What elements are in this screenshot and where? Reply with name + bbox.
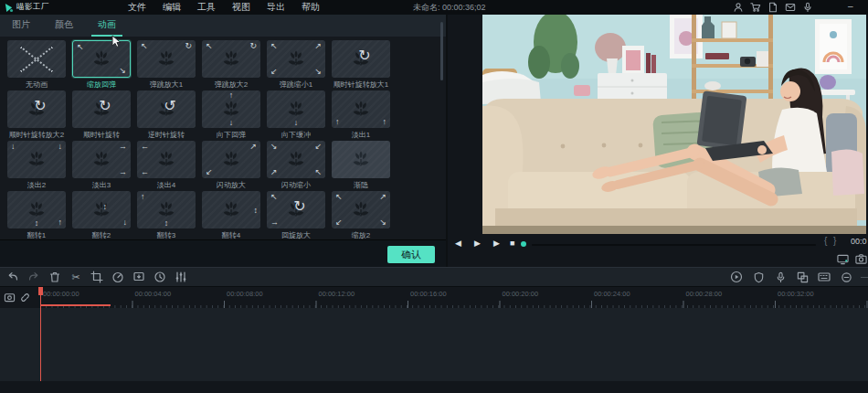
confirm-button[interactable]: 确认 <box>387 246 435 263</box>
split-icon[interactable]: ✂ <box>69 270 83 284</box>
mixer-icon[interactable] <box>174 270 188 284</box>
animation-tile-10[interactable]: ↑↓向下回弹 <box>202 90 260 141</box>
animation-tile-11[interactable]: ↓向下缓冲 <box>267 90 325 141</box>
flower-icon <box>90 198 113 222</box>
tab-animation[interactable]: 动画 <box>91 15 122 37</box>
redo-icon[interactable] <box>26 270 41 284</box>
animation-thumbnail[interactable]: ↘↙↗↖ <box>267 141 325 178</box>
animation-thumbnail[interactable]: ↓↓ <box>7 141 66 178</box>
animation-tile-6[interactable]: ↻顺时针旋转放大1 <box>332 40 390 90</box>
mouse-cursor <box>111 35 122 49</box>
animation-tile-19[interactable]: ↕↑翻转1 <box>7 191 66 241</box>
ruler-timecode-label: 00:00:12:00 <box>319 290 355 298</box>
display-device-icon[interactable] <box>837 253 849 265</box>
seek-track[interactable] <box>532 244 816 246</box>
cart-icon[interactable] <box>750 2 761 13</box>
undo-icon[interactable] <box>5 270 20 284</box>
animation-tile-15[interactable]: ←←淡出4 <box>137 141 196 191</box>
animation-tile-17[interactable]: ↘↙↗↖闪动缩小 <box>267 141 325 191</box>
animation-arrow-icon: ↻ <box>185 42 192 50</box>
animation-thumbnail[interactable]: ↖↗↙↘ <box>267 40 325 78</box>
menu-edit[interactable]: 编辑 <box>163 1 181 14</box>
animation-tile-7[interactable]: ↻顺时针旋转放大2 <box>7 90 66 141</box>
document-icon[interactable] <box>767 2 778 13</box>
animation-tile-1[interactable]: 无动画 <box>7 40 66 90</box>
next-frame-button[interactable]: ▶ <box>493 238 500 249</box>
animation-thumbnail[interactable]: ↖↗↙↘ <box>332 191 390 228</box>
animation-thumbnail[interactable]: ↕↓ <box>72 191 131 228</box>
animation-thumbnail[interactable]: ↖→↻ <box>267 191 325 228</box>
shortcut-keyboard-icon[interactable] <box>817 270 831 284</box>
tab-picture[interactable]: 图片 <box>5 15 37 37</box>
player-bar: ◀ ▶ ▶ ■ { } 00:0 <box>448 234 868 267</box>
mark-in-icon[interactable]: { <box>824 236 827 246</box>
crop-icon[interactable] <box>90 270 104 284</box>
marker-icon[interactable] <box>132 270 146 284</box>
animation-tile-12[interactable]: ↑↑淡出1 <box>332 90 390 141</box>
record-voiceover-icon[interactable] <box>773 270 788 284</box>
flower-icon <box>219 148 243 172</box>
menu-view[interactable]: 视图 <box>232 1 250 14</box>
menu-file[interactable]: 文件 <box>128 1 146 14</box>
mail-icon[interactable] <box>785 2 796 13</box>
animation-tile-22[interactable]: ↕翻转4 <box>202 191 260 241</box>
animation-tile-14[interactable]: →→淡出3 <box>72 141 131 191</box>
animation-thumbnail[interactable]: ↻ <box>7 90 66 128</box>
minimize-button[interactable]: – <box>848 0 853 13</box>
animation-thumbnail[interactable]: →→ <box>72 141 131 178</box>
zoom-out-icon[interactable] <box>839 270 853 284</box>
animation-thumbnail[interactable]: ←← <box>137 141 196 178</box>
animation-tile-9[interactable]: ↺逆时针旋转 <box>137 90 196 141</box>
record-icon[interactable] <box>4 292 16 303</box>
animation-tile-24[interactable]: ↖↗↙↘缩放2 <box>332 191 390 241</box>
track-manager-icon[interactable] <box>795 270 810 284</box>
animation-thumbnail[interactable]: ↗↙ <box>202 141 260 178</box>
animation-thumbnail[interactable]: ↖↻ <box>202 40 260 78</box>
speed-icon[interactable] <box>111 270 125 284</box>
snapshot-camera-icon[interactable] <box>855 253 867 265</box>
user-icon[interactable] <box>733 2 744 13</box>
stop-button[interactable]: ■ <box>510 238 514 249</box>
animation-arrow-icon: ↘ <box>119 67 126 75</box>
menu-tools[interactable]: 工具 <box>197 1 216 14</box>
previous-frame-button[interactable]: ◀ <box>455 238 461 249</box>
timeline-zoom-slider[interactable] <box>861 270 868 284</box>
link-icon[interactable] <box>19 292 31 303</box>
duration-icon[interactable] <box>153 270 167 284</box>
animation-tile-16[interactable]: ↗↙闪动放大 <box>202 141 260 191</box>
megaphone-icon[interactable] <box>802 2 813 13</box>
animation-thumbnail[interactable] <box>332 141 390 178</box>
animation-tile-21[interactable]: ↑↕翻转3 <box>137 191 196 241</box>
menu-help[interactable]: 帮助 <box>302 1 320 14</box>
animation-tile-4[interactable]: ↖↻弹跳放大2 <box>202 40 260 90</box>
animation-thumbnail[interactable]: ↑↕ <box>137 191 196 228</box>
animation-tile-3[interactable]: ↖↻弹跳放大1 <box>137 40 196 90</box>
animation-thumbnail[interactable]: ↕↑ <box>7 191 66 228</box>
animation-thumbnail[interactable]: ↻ <box>72 90 131 128</box>
animation-thumbnail[interactable]: ↑↑ <box>332 90 390 128</box>
playhead-line <box>40 308 41 381</box>
animation-thumbnail[interactable] <box>7 40 66 78</box>
mark-out-icon[interactable]: } <box>833 236 836 246</box>
grid-scrollbar[interactable] <box>440 22 443 80</box>
playhead-dot[interactable] <box>521 241 526 247</box>
animation-tile-13[interactable]: ↓↓淡出2 <box>7 141 66 191</box>
menu-export[interactable]: 导出 <box>267 1 285 14</box>
animation-tile-18[interactable]: 渐隐 <box>332 141 390 191</box>
animation-tile-23[interactable]: ↖→↻回旋放大 <box>267 191 325 241</box>
tab-color[interactable]: 颜色 <box>48 15 79 37</box>
animation-thumbnail[interactable]: ↻ <box>332 40 390 78</box>
animation-thumbnail[interactable]: ↑↓ <box>202 90 260 128</box>
animation-tile-5[interactable]: ↖↗↙↘弹跳缩小1 <box>267 40 325 90</box>
animation-tile-8[interactable]: ↻顺时针旋转 <box>72 90 131 141</box>
animation-thumbnail[interactable]: ↖↻ <box>137 40 196 78</box>
delete-icon[interactable] <box>48 270 62 284</box>
render-preview-icon[interactable] <box>729 270 744 284</box>
animation-thumbnail[interactable]: ↺ <box>137 90 196 128</box>
shield-icon[interactable] <box>751 270 766 284</box>
animation-thumbnail[interactable]: ↕ <box>202 191 260 228</box>
animation-thumbnail[interactable]: ↓ <box>267 90 325 128</box>
video-scene <box>482 15 866 234</box>
play-button[interactable]: ▶ <box>474 238 481 249</box>
animation-tile-20[interactable]: ↕↓翻转2 <box>72 191 131 241</box>
